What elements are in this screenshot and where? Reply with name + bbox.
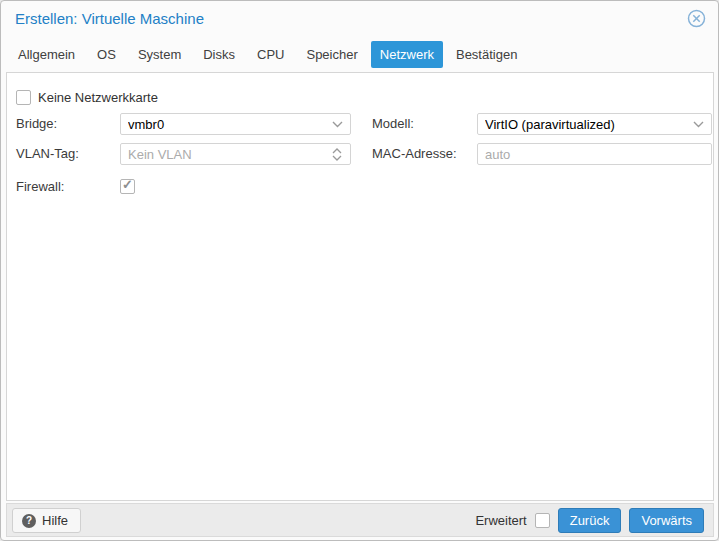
model-label: Modell: xyxy=(372,113,414,135)
wizard-tabbar: Allgemein OS System Disks CPU Speicher N… xyxy=(9,41,526,68)
network-form-panel: Keine Netzwerkkarte Bridge: Modell: VLAN… xyxy=(6,72,714,501)
advanced-checkbox[interactable] xyxy=(535,513,550,528)
advanced-label: Erweitert xyxy=(475,513,526,528)
mac-address-label: MAC-Adresse: xyxy=(372,143,457,165)
back-button[interactable]: Zurück xyxy=(558,508,622,533)
footer-right-group: Erweitert Zurück Vorwärts xyxy=(475,508,704,533)
mac-address-input[interactable] xyxy=(478,144,711,164)
close-icon[interactable] xyxy=(687,9,706,28)
spinner-up-down-icon[interactable] xyxy=(328,144,346,164)
chevron-down-icon[interactable] xyxy=(328,114,346,134)
model-input[interactable] xyxy=(478,114,711,134)
footer-toolbar: ? Hilfe Erweitert Zurück Vorwärts xyxy=(6,503,714,537)
tab-system[interactable]: System xyxy=(129,41,190,68)
tab-netzwerk[interactable]: Netzwerk xyxy=(371,41,443,68)
no-network-card-row: Keine Netzwerkkarte xyxy=(16,90,158,105)
help-button-label: Hilfe xyxy=(42,509,68,532)
bridge-combobox[interactable] xyxy=(120,113,351,135)
no-network-card-label: Keine Netzwerkkarte xyxy=(38,90,158,105)
bridge-input[interactable] xyxy=(121,114,350,134)
create-vm-dialog: Erstellen: Virtuelle Maschine Allgemein … xyxy=(0,0,719,541)
mac-address-field[interactable] xyxy=(477,143,712,165)
vlan-tag-spinnerfield[interactable] xyxy=(120,143,351,165)
model-combobox[interactable] xyxy=(477,113,712,135)
chevron-down-icon[interactable] xyxy=(689,114,707,134)
tab-os[interactable]: OS xyxy=(88,41,125,68)
tab-cpu[interactable]: CPU xyxy=(248,41,293,68)
vlan-tag-input[interactable] xyxy=(121,144,350,164)
firewall-checkbox[interactable] xyxy=(120,179,135,194)
question-circle-icon: ? xyxy=(22,514,36,528)
tab-disks[interactable]: Disks xyxy=(194,41,244,68)
tab-allgemein[interactable]: Allgemein xyxy=(9,41,84,68)
next-button[interactable]: Vorwärts xyxy=(629,508,704,533)
no-network-card-checkbox[interactable] xyxy=(16,90,31,105)
dialog-titlebar: Erstellen: Virtuelle Maschine xyxy=(1,1,718,39)
help-button[interactable]: ? Hilfe xyxy=(12,508,81,533)
tab-bestaetigen[interactable]: Bestätigen xyxy=(447,41,526,68)
dialog-title: Erstellen: Virtuelle Maschine xyxy=(15,10,204,27)
vlan-tag-label: VLAN-Tag: xyxy=(16,143,79,165)
bridge-label: Bridge: xyxy=(16,113,57,135)
tab-speicher[interactable]: Speicher xyxy=(297,41,366,68)
firewall-label: Firewall: xyxy=(16,176,64,198)
